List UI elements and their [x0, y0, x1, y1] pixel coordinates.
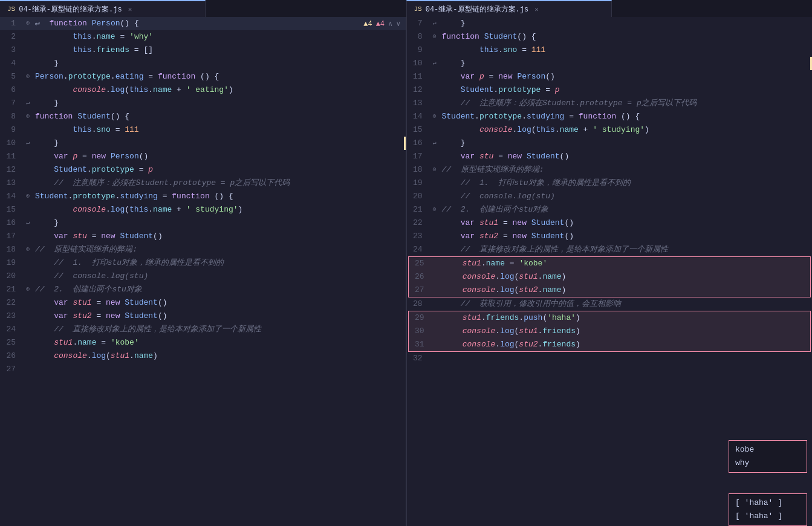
- lc-27: [33, 363, 406, 376]
- r-ln-7: 7: [407, 17, 430, 30]
- r-ln-8: 8: [407, 30, 430, 44]
- r-gutter-11: [430, 70, 440, 83]
- r-lc-10: }: [440, 57, 813, 70]
- ln-21: 21: [0, 283, 23, 296]
- tabs-bar: JS 04-继承-原型链的继承方案.js ✕ JS 04-继承-原型链的继承方案…: [0, 0, 812, 17]
- r-lc-14: Student.prototype.studying = function ()…: [440, 110, 813, 123]
- left-tab-close[interactable]: ✕: [128, 5, 132, 13]
- fold-21[interactable]: ⊙: [26, 283, 30, 296]
- lc-8: function Student() {: [33, 110, 406, 123]
- r-lc-19: // 1. 打印stu对象，继承的属性是看不到的: [440, 177, 813, 190]
- ln-18: 18: [0, 243, 23, 256]
- r-ln-12: 12: [407, 83, 430, 97]
- left-tab-label: 04-继承-原型链的继承方案.js: [19, 4, 122, 15]
- line-5: 5 ⊙ Person.prototype.eating = function (…: [0, 70, 406, 83]
- output-1-line-1: kobe: [735, 443, 801, 456]
- output-panel-1: kobe why: [729, 440, 807, 473]
- editors-row: ▲4 ▲4 ∧ ∨ 1 ⊙ ↵ function Person() { 2 th…: [0, 17, 812, 526]
- r-lc-11: var p = new Person(): [440, 70, 813, 83]
- ln-27: 27: [0, 363, 23, 376]
- left-nav-down[interactable]: ∨: [396, 19, 400, 28]
- r-lc-9: this.sno = 111: [440, 44, 813, 57]
- line-11: 11 var p = new Person(): [0, 150, 406, 163]
- lc-16: }: [33, 216, 406, 230]
- r-fold-16[interactable]: ↵: [432, 137, 436, 150]
- right-tab[interactable]: JS 04-继承-原型链的继承方案.js ✕: [406, 0, 612, 17]
- r-fold-18[interactable]: ⊙: [432, 163, 436, 177]
- gutter-8: ⊙: [23, 110, 33, 123]
- r-ln-14: 14: [407, 110, 430, 123]
- fold-14[interactable]: ⊙: [26, 190, 30, 203]
- fold-10[interactable]: ↵: [26, 137, 30, 150]
- left-tab[interactable]: JS 04-继承-原型链的继承方案.js ✕: [0, 0, 206, 17]
- fold-5[interactable]: ⊙: [26, 70, 30, 83]
- line-1: 1 ⊙ ↵ function Person() {: [0, 17, 406, 30]
- gutter-12: [23, 163, 33, 177]
- gutter-19: [23, 256, 33, 270]
- r-gutter-29: [432, 311, 441, 325]
- left-nav-up[interactable]: ∧: [388, 19, 392, 28]
- r-ln-16: 16: [407, 137, 430, 150]
- gutter-14: ⊙: [23, 190, 33, 203]
- lc-3: this.friends = []: [33, 44, 406, 57]
- r-fold-21[interactable]: ⊙: [432, 203, 436, 216]
- fold-8[interactable]: ⊙: [26, 110, 30, 123]
- left-warning-icon: ▲4: [363, 20, 372, 28]
- highlight-group-1: 25 stu1.name = 'kobe' 26 console.log(stu…: [408, 256, 811, 297]
- r-ln-19: 19: [407, 177, 430, 190]
- r-fold-14[interactable]: ⊙: [432, 110, 436, 123]
- r-gutter-18: ⊙: [430, 163, 440, 177]
- lc-14: Student.prototype.studying = function ()…: [33, 190, 406, 203]
- r-gutter-23: [430, 230, 440, 243]
- gutter-5: ⊙: [23, 70, 33, 83]
- r-lc-16: }: [440, 137, 813, 150]
- ln-10: 10: [0, 137, 23, 150]
- tab-js-icon-right: JS: [414, 5, 422, 13]
- r-gutter-17: [430, 150, 440, 163]
- gutter-26: [23, 349, 33, 363]
- r-line-13: 13 // 注意顺序：必须在Student.prototype = p之后写以下…: [407, 97, 813, 110]
- line-24: 24 // 直接修改对象上的属性，是给本对象添加了一个新属性: [0, 323, 406, 336]
- r-line-15: 15 console.log(this.name + ' studying'): [407, 123, 813, 137]
- r-line-7: 7 ↵ }: [407, 17, 813, 30]
- lc-22: var stu1 = new Student(): [33, 296, 406, 310]
- right-tab-close[interactable]: ✕: [534, 5, 539, 13]
- line-25: 25 stu1.name = 'kobe': [0, 336, 406, 349]
- lc-10: }: [33, 137, 406, 150]
- line-19: 19 // 1. 打印stu对象，继承的属性是看不到的: [0, 256, 406, 270]
- r-lc-31: console.log(stu2.friends): [441, 338, 811, 351]
- r-lc-17: var stu = new Student(): [440, 150, 813, 163]
- ln-3: 3: [0, 44, 23, 57]
- lc-11: var p = new Person(): [33, 150, 406, 163]
- ln-17: 17: [0, 230, 23, 243]
- output-2-line-1: [ 'haha' ]: [735, 496, 801, 510]
- lc-9: this.sno = 111: [33, 123, 406, 137]
- r-fold-8[interactable]: ⊙: [432, 30, 436, 44]
- r-line-9: 9 this.sno = 111: [407, 44, 813, 57]
- r-line-11: 11 var p = new Person(): [407, 70, 813, 83]
- lc-19: // 1. 打印stu对象，继承的属性是看不到的: [33, 256, 406, 270]
- r-lc-12: Student.prototype = p: [440, 83, 813, 97]
- line-23: 23 var stu2 = new Student(): [0, 310, 406, 323]
- r-ln-31: 31: [409, 338, 432, 351]
- line-21: 21 ⊙ // 2. 创建出两个stu对象: [0, 283, 406, 296]
- r-ln-27: 27: [409, 284, 432, 297]
- fold-16[interactable]: ↵: [26, 216, 30, 230]
- right-editor-pane: 7 ↵ } 8 ⊙ function Student() { 9 this.sn…: [407, 17, 813, 526]
- r-gutter-21: ⊙: [430, 203, 440, 216]
- r-line-18: 18 ⊙ // 原型链实现继承的弊端:: [407, 163, 813, 177]
- fold-7[interactable]: ↵: [26, 97, 30, 110]
- fold-1[interactable]: ⊙: [26, 17, 30, 30]
- left-code-area[interactable]: 1 ⊙ ↵ function Person() { 2 this.name = …: [0, 17, 406, 526]
- r-line-28: 28 // 获取引用，修改引用中的值，会互相影响: [407, 297, 813, 311]
- gutter-2: [23, 30, 33, 44]
- r-lc-30: console.log(stu1.friends): [441, 325, 811, 338]
- line-14: 14 ⊙ Student.prototype.studying = functi…: [0, 190, 406, 203]
- editor-container: JS 04-继承-原型链的继承方案.js ✕ JS 04-继承-原型链的继承方案…: [0, 0, 812, 526]
- fold-18[interactable]: ⊙: [26, 243, 30, 256]
- r-line-14: 14 ⊙ Student.prototype.studying = functi…: [407, 110, 813, 123]
- lc-21: // 2. 创建出两个stu对象: [33, 283, 406, 296]
- gutter-15: [23, 203, 33, 216]
- r-fold-10[interactable]: ↵: [432, 57, 436, 70]
- r-line-25: 25 stu1.name = 'kobe': [409, 257, 811, 270]
